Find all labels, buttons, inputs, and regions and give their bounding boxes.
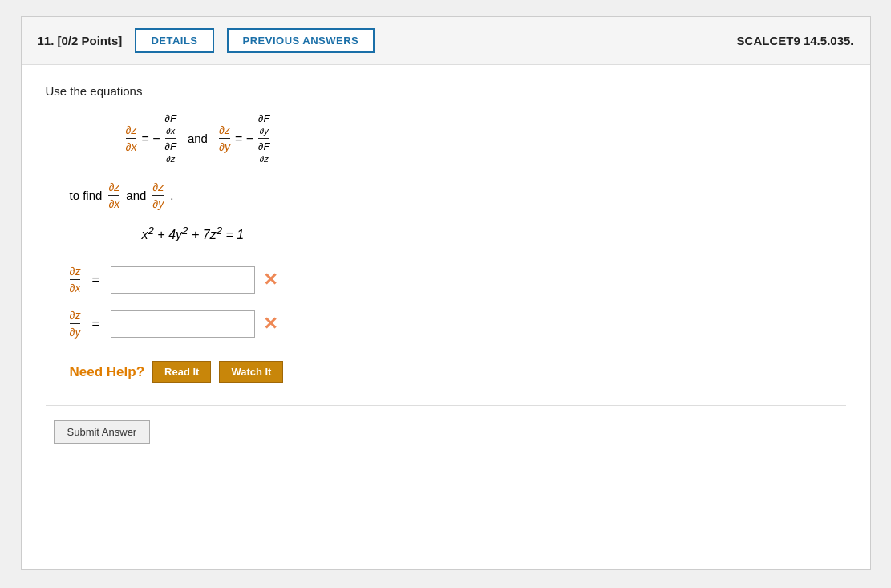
- and-text-2: and: [126, 189, 146, 202]
- card-header: 11. [0/2 Points] DETAILS PREVIOUS ANSWER…: [22, 17, 870, 65]
- dzdy-input[interactable]: [111, 310, 255, 338]
- previous-answers-button[interactable]: PREVIOUS ANSWERS: [227, 28, 375, 53]
- details-button[interactable]: DETAILS: [135, 28, 213, 53]
- formula-block: ∂z ∂x = − ∂F∂x ∂F∂z and ∂z ∂y = − ∂F∂y ∂…: [126, 112, 846, 164]
- equals-dzdx: =: [91, 273, 99, 287]
- need-help-section: Need Help? Read It Watch It: [70, 361, 846, 383]
- answer-dzdy-frac: ∂z ∂y: [70, 309, 81, 339]
- wrong-mark-1: ✕: [263, 270, 277, 290]
- dzdy-frac: ∂z ∂y: [219, 124, 230, 153]
- given-equation: x2 + 4y2 + 7z2 = 1: [142, 225, 846, 242]
- need-help-text: Need Help?: [70, 364, 145, 380]
- dzdy-answer-row: ∂z ∂y = ✕: [70, 309, 846, 339]
- intro-text: Use the equations: [46, 84, 846, 98]
- question-card: 11. [0/2 Points] DETAILS PREVIOUS ANSWER…: [21, 16, 871, 570]
- equals-2: = −: [235, 132, 253, 146]
- read-it-button[interactable]: Read It: [152, 361, 211, 383]
- dzdx-answer-row: ∂z ∂x = ✕: [70, 265, 846, 294]
- dzdx-input[interactable]: [111, 266, 255, 294]
- and-text-1: and: [188, 132, 208, 145]
- period: .: [170, 189, 173, 202]
- to-find-row: to find ∂z ∂x and ∂z ∂y .: [70, 180, 846, 210]
- question-number: 11. [0/2 Points]: [38, 34, 123, 47]
- equals-dzdy: =: [91, 317, 99, 331]
- to-find-label: to find: [70, 189, 103, 202]
- tofind-dzdx: ∂z ∂x: [108, 180, 119, 210]
- submit-button[interactable]: Submit Answer: [54, 420, 151, 444]
- card-body: Use the equations ∂z ∂x = − ∂F∂x ∂F∂z an…: [22, 65, 870, 468]
- answer-dzdx-frac: ∂z ∂x: [70, 265, 81, 294]
- source-label: SCALCET9 14.5.035.: [737, 34, 854, 47]
- watch-it-button[interactable]: Watch It: [219, 361, 283, 383]
- submit-section: Submit Answer: [46, 405, 846, 444]
- wrong-mark-2: ✕: [263, 314, 277, 335]
- tofind-dzdy: ∂z ∂y: [152, 180, 164, 210]
- equals-1: = −: [141, 132, 160, 146]
- dzdx-frac: ∂z ∂x: [126, 124, 137, 153]
